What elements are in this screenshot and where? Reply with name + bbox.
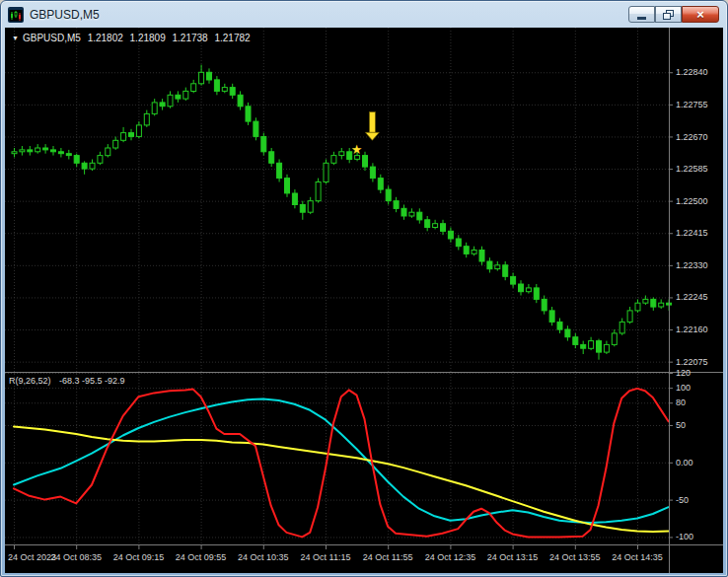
indicator-axis[interactable]: 12010080500.00-50-100	[676, 368, 693, 541]
svg-text:24 Oct 11:15: 24 Oct 11:15	[301, 552, 351, 562]
svg-text:24 Oct 09:55: 24 Oct 09:55	[176, 552, 227, 562]
indicator-label: R(9,26,52) -68.3 -95.5 -92.9	[9, 376, 131, 386]
indicator-name: R(9,26,52)	[9, 376, 51, 386]
candle-body	[635, 303, 640, 311]
candle-body	[230, 88, 235, 96]
candle-body	[511, 276, 516, 284]
svg-text:120: 120	[676, 368, 691, 378]
candle-body	[604, 344, 609, 352]
close-icon: ×	[696, 7, 704, 22]
candle-body	[448, 231, 453, 239]
chart-symbol-label: GBPUSD,M5	[23, 33, 81, 43]
candle-body	[113, 140, 118, 148]
svg-text:24 Oct 13:55: 24 Oct 13:55	[549, 552, 601, 562]
window-title: GBPUSD,M5	[30, 8, 100, 22]
candle-body	[503, 265, 508, 277]
svg-text:24 Oct 2023: 24 Oct 2023	[8, 552, 56, 562]
svg-text:1.22670: 1.22670	[676, 132, 708, 142]
candle-body	[324, 163, 328, 181]
candle-body	[573, 337, 578, 345]
candle-body	[90, 163, 95, 169]
candle-body	[277, 163, 282, 178]
candle-body	[409, 212, 414, 216]
svg-text:0.00: 0.00	[676, 458, 693, 468]
candle-body	[191, 84, 196, 92]
candle-body	[589, 341, 594, 349]
candle-body	[401, 208, 406, 216]
candle-body	[557, 322, 562, 329]
arrow-down-head[interactable]	[365, 132, 379, 140]
candle-body	[659, 303, 664, 307]
candle-body	[378, 179, 383, 190]
svg-text:1.22755: 1.22755	[676, 100, 708, 109]
indicator-values: -68.3 -95.5 -92.9	[59, 376, 125, 386]
svg-text:1.22075: 1.22075	[676, 357, 708, 367]
candle-body	[479, 251, 484, 262]
indicator-line-medium	[14, 399, 669, 524]
candle-body	[254, 121, 258, 136]
svg-text:24 Oct 12:35: 24 Oct 12:35	[425, 552, 476, 562]
price-axis[interactable]: 1.228401.227551.226701.225851.225001.224…	[676, 67, 708, 366]
candle-body	[565, 329, 570, 337]
candle-body	[160, 103, 165, 107]
candle-body	[152, 103, 157, 114]
candle-body	[51, 150, 56, 152]
candle-body	[339, 152, 344, 156]
svg-text:1.22415: 1.22415	[676, 228, 708, 238]
candle-body	[121, 133, 126, 141]
arrow-down-icon[interactable]	[369, 112, 375, 133]
candle-body	[464, 247, 469, 254]
candle-body	[612, 333, 617, 345]
svg-text:100: 100	[676, 383, 691, 393]
candle-body	[597, 341, 602, 353]
collapse-triangle-icon[interactable]: ▼	[12, 35, 19, 41]
candle-body	[643, 299, 648, 303]
candle-body	[394, 201, 399, 209]
window-controls: ×	[628, 6, 719, 23]
ohlc-high: 1.21809	[130, 33, 166, 43]
application-window: GBPUSD,M5 × ▼GBPUSD,M5 1.21802 1.21809 1…	[0, 0, 728, 577]
candlestick-series	[12, 65, 672, 360]
svg-text:24 Oct 08:35: 24 Oct 08:35	[50, 552, 102, 562]
candle-body	[519, 284, 524, 292]
close-button[interactable]: ×	[682, 6, 719, 23]
candle-body	[619, 322, 624, 333]
svg-text:-100: -100	[676, 532, 693, 541]
chart-canvas[interactable]: 1.228401.227551.226701.225851.225001.224…	[5, 28, 723, 573]
candle-body	[246, 107, 251, 121]
restore-button[interactable]	[655, 6, 682, 23]
candle-body	[74, 156, 79, 164]
candle-body	[183, 91, 188, 99]
restore-icon	[663, 10, 674, 20]
candle-body	[238, 95, 243, 107]
candle-body	[261, 137, 266, 152]
time-axis[interactable]: 24 Oct 202324 Oct 08:3524 Oct 09:1524 Oc…	[8, 552, 663, 562]
candle-body	[82, 163, 87, 169]
ohlc-low: 1.21738	[173, 33, 208, 43]
title-bar[interactable]: GBPUSD,M5 ×	[1, 1, 727, 28]
candle-body	[43, 148, 48, 150]
svg-text:-50: -50	[676, 495, 689, 505]
svg-text:24 Oct 13:15: 24 Oct 13:15	[487, 552, 539, 562]
candle-body	[106, 148, 110, 156]
minimize-button[interactable]	[628, 6, 655, 23]
minimize-icon	[637, 17, 646, 20]
candle-body	[651, 299, 656, 307]
candle-body	[300, 205, 305, 213]
candle-body	[495, 265, 500, 269]
candle-body	[199, 72, 204, 84]
candle-body	[433, 224, 438, 228]
candle-body	[456, 239, 461, 247]
svg-text:24 Oct 11:55: 24 Oct 11:55	[363, 552, 413, 562]
svg-text:1.22840: 1.22840	[676, 67, 708, 77]
candle-body	[168, 95, 173, 107]
candle-body	[285, 179, 290, 193]
star-icon[interactable]: ★	[351, 142, 363, 157]
candle-body	[58, 152, 63, 154]
ohlc-close: 1.21782	[214, 33, 250, 43]
candle-body	[441, 224, 446, 232]
chart-area[interactable]: ▼GBPUSD,M5 1.21802 1.21809 1.21738 1.217…	[5, 28, 723, 573]
svg-text:1.22500: 1.22500	[676, 196, 708, 206]
annotations[interactable]: ★	[351, 112, 380, 157]
candle-body	[12, 152, 17, 154]
